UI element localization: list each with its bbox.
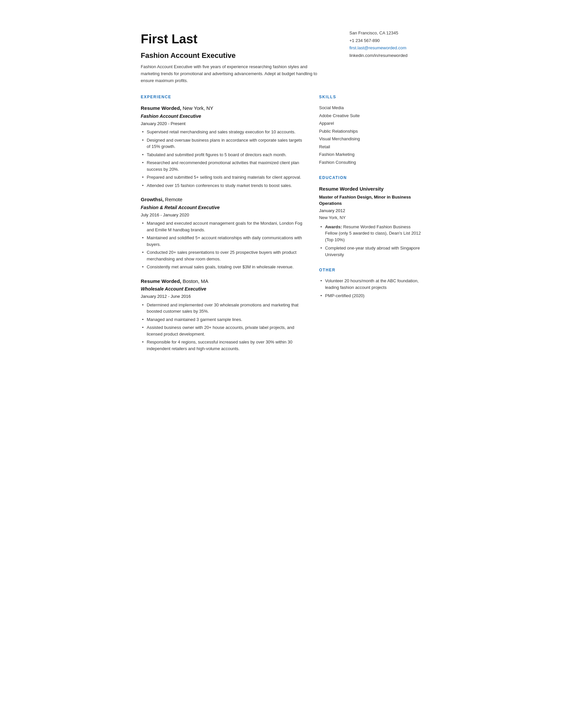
other-item-2: PMP-certified (2020) (319, 293, 422, 299)
header-summary: Fashion Account Executive with five year… (141, 64, 326, 84)
job-2-role: Fashion & Retail Account Executive (141, 204, 306, 211)
experience-section-title: EXPERIENCE (141, 94, 306, 100)
job-1-company-bold: Resume Worded, (141, 105, 181, 111)
education-section-title: EDUCATION (319, 175, 422, 181)
list-item: Designed and oversaw business plans in a… (141, 137, 306, 150)
resume-sidebar: SKILLS Social Media Adobe Creative Suite… (319, 94, 422, 361)
list-item: Determined and implemented over 30 whole… (141, 302, 306, 315)
list-item: Supervised retail merchandising and sale… (141, 129, 306, 135)
edu-date: January 2012 (319, 207, 422, 214)
contact-linkedin: linkedin.com/in/resumeworded (350, 52, 422, 59)
edu-school: Resume Worded University (319, 185, 422, 193)
job-1-company: Resume Worded, New York, NY (141, 105, 306, 112)
edu-bullet-2-rest: Completed one-year study abroad with Sin… (325, 246, 420, 257)
resume-page: First Last Fashion Account Executive Fas… (124, 13, 439, 378)
edu-degree: Master of Fashion Design, Minor in Busin… (319, 194, 422, 207)
skill-item: Adobe Creative Suite (319, 113, 422, 119)
skill-item: Apparel (319, 120, 422, 127)
list-item: Researched and recommended promotional a… (141, 159, 306, 172)
skill-item: Retail (319, 144, 422, 150)
job-1-role: Fashion Account Executive (141, 113, 306, 120)
job-1-dates: January 2020 - Present (141, 120, 306, 127)
resume-main: EXPERIENCE Resume Worded, New York, NY F… (141, 94, 306, 361)
skill-item: Fashion Marketing (319, 151, 422, 158)
job-1-bullets: Supervised retail merchandising and sale… (141, 129, 306, 189)
skill-item: Fashion Consulting (319, 159, 422, 166)
skill-item: Visual Merchandising (319, 136, 422, 142)
job-2-bullets: Managed and executed account management … (141, 220, 306, 270)
other-bullets: Volunteer 20 hours/month at the ABC foun… (319, 278, 422, 299)
list-item: Tabulated and submitted profit figures t… (141, 152, 306, 158)
list-item: Consistently met annual sales goals, tot… (141, 264, 306, 270)
resume-header: First Last Fashion Account Executive Fas… (141, 30, 422, 84)
list-item: Maintained and solidified 5+ account rel… (141, 235, 306, 248)
job-3-role: Wholesale Account Executive (141, 286, 306, 293)
skills-section: SKILLS Social Media Adobe Creative Suite… (319, 94, 422, 165)
experience-section: EXPERIENCE Resume Worded, New York, NY F… (141, 94, 306, 352)
job-1-company-rest: New York, NY (181, 105, 213, 111)
job-3: Resume Worded, Boston, MA Wholesale Acco… (141, 278, 306, 352)
job-3-bullets: Determined and implemented over 30 whole… (141, 302, 306, 352)
other-section: OTHER Volunteer 20 hours/month at the AB… (319, 267, 422, 299)
list-item: Attended over 15 fashion conferences to … (141, 182, 306, 189)
contact-email[interactable]: first.last@resumeworded.com (350, 45, 422, 51)
header-title: Fashion Account Executive (141, 50, 340, 61)
skill-item: Social Media (319, 105, 422, 111)
list-item: Managed and executed account management … (141, 220, 306, 233)
job-3-dates: January 2012 - June 2016 (141, 293, 306, 300)
education-section: EDUCATION Resume Worded University Maste… (319, 175, 422, 258)
edu-bullet-1: Awards: Resume Worded Fashion Business F… (319, 224, 422, 243)
edu-bullet-2: Completed one-year study abroad with Sin… (319, 245, 422, 258)
resume-body: EXPERIENCE Resume Worded, New York, NY F… (141, 94, 422, 361)
list-item: Assisted business owner with 20+ house a… (141, 324, 306, 337)
job-2-company-bold: Growthsi, (141, 197, 164, 202)
job-3-company: Resume Worded, Boston, MA (141, 278, 306, 285)
list-item: Managed and maintained 3 garment sample … (141, 316, 306, 323)
job-2-company: Growthsi, Remote (141, 196, 306, 204)
list-item: Prepared and submitted 5+ selling tools … (141, 174, 306, 181)
other-section-title: OTHER (319, 267, 422, 273)
list-item: Responsible for 4 regions, successful in… (141, 339, 306, 352)
skills-list: Social Media Adobe Creative Suite Appare… (319, 105, 422, 165)
contact-address: San Francisco, CA 12345 (350, 30, 422, 36)
edu-location: New York, NY (319, 214, 422, 221)
list-item: Conducted 20+ sales presentations to ove… (141, 249, 306, 262)
job-2-company-rest: Remote (164, 197, 182, 202)
edu-bullet-1-bold: Awards: (325, 224, 342, 229)
skills-section-title: SKILLS (319, 94, 422, 100)
job-1: Resume Worded, New York, NY Fashion Acco… (141, 105, 306, 189)
job-2-dates: July 2016 - January 2020 (141, 212, 306, 218)
job-2: Growthsi, Remote Fashion & Retail Accoun… (141, 196, 306, 270)
header-contact: San Francisco, CA 12345 +1 234 567-890 f… (350, 30, 422, 60)
job-3-company-rest: Boston, MA (181, 278, 208, 284)
skill-item: Public Relationships (319, 128, 422, 135)
header-name: First Last (141, 30, 340, 49)
edu-bullets: Awards: Resume Worded Fashion Business F… (319, 224, 422, 258)
other-item-1: Volunteer 20 hours/month at the ABC foun… (319, 278, 422, 291)
email-link[interactable]: first.last@resumeworded.com (350, 45, 406, 50)
contact-phone: +1 234 567-890 (350, 37, 422, 44)
header-left: First Last Fashion Account Executive Fas… (141, 30, 340, 84)
job-3-company-bold: Resume Worded, (141, 278, 181, 284)
